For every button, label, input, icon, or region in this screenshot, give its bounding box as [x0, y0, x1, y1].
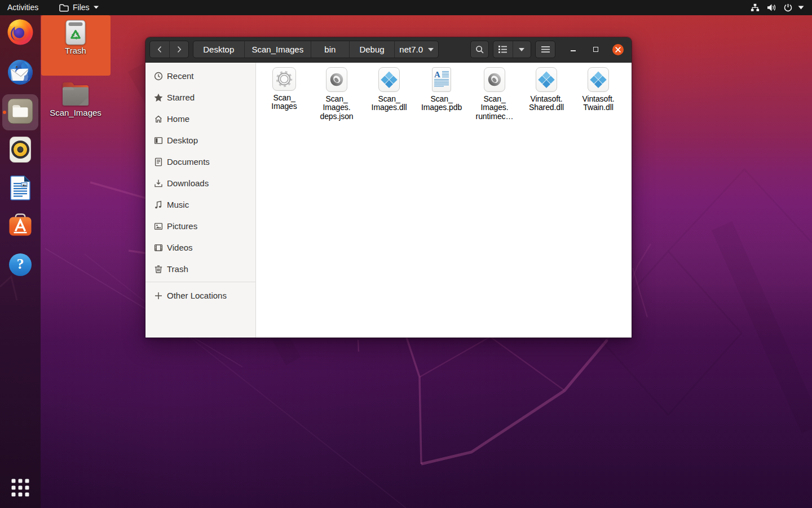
svg-text:?: ? — [17, 256, 24, 272]
svg-text:A: A — [434, 70, 440, 79]
